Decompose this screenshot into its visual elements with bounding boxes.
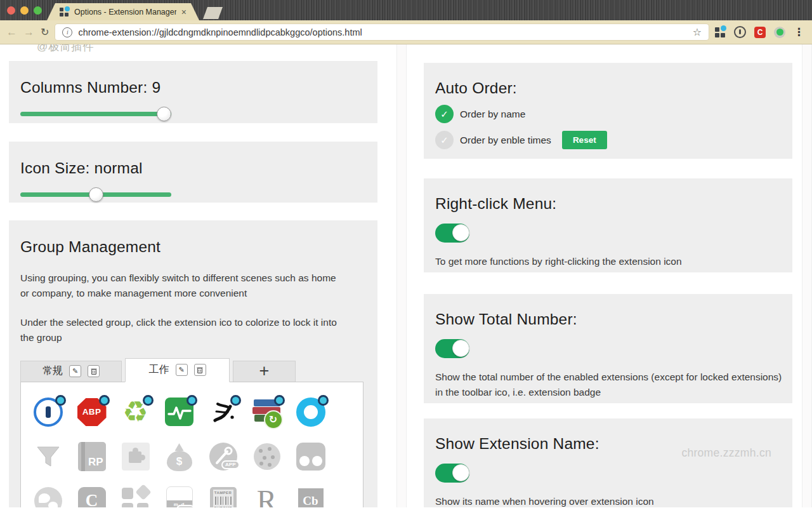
show-total-number-toggle[interactable]	[435, 339, 469, 358]
browser-titlebar: Options - Extension Manager ×	[0, 0, 812, 20]
group-tab-gongzuo[interactable]: 工作 ✎	[125, 358, 230, 382]
group-description-2: Under the selected group, click the exte…	[20, 315, 345, 346]
order-by-name-row: ✓ Order by name	[435, 105, 781, 123]
show-total-number-title: Show Total Number:	[435, 311, 781, 328]
columns-number-slider-handle[interactable]	[157, 107, 171, 121]
reload-icon[interactable]: ↻	[41, 27, 49, 37]
toggle-knob	[452, 224, 469, 241]
group-tab-changgui[interactable]: 常规 ✎	[20, 361, 122, 382]
show-total-number-card: Show Total Number: Show the total number…	[424, 294, 792, 403]
group-management-title: Group Management	[20, 238, 366, 256]
group-tab-label: 常规	[43, 364, 63, 378]
add-group-tab[interactable]: +	[233, 361, 296, 382]
right-click-menu-description: To get more functions by right-clicking …	[435, 254, 788, 269]
columns-number-slider[interactable]	[20, 112, 171, 116]
order-by-enable-times-check-icon[interactable]: ✓	[435, 131, 454, 149]
watermark-jijian: @极简插件	[37, 44, 94, 54]
show-extension-name-toggle[interactable]	[435, 464, 469, 483]
columns-number-card: Columns Number: 9	[9, 61, 377, 123]
tab-title: Options - Extension Manager	[74, 8, 176, 17]
ext-icon-puzzle[interactable]	[121, 441, 151, 472]
ext-icon-c-app[interactable]: C	[77, 486, 107, 507]
auto-order-card: Auto Order: ✓ Order by name ✓ Order by e…	[424, 63, 792, 159]
ext-icon-tamper-chrome[interactable]: TAMPERCHROME	[208, 486, 239, 507]
ext-icon-onepassword[interactable]	[33, 397, 63, 427]
page-info-icon[interactable]: i	[62, 27, 72, 37]
ext-icon-rp-reader[interactable]: RP	[77, 441, 107, 472]
bookmark-star-icon[interactable]: ☆	[693, 26, 702, 38]
edit-group-icon[interactable]: ✎	[69, 365, 81, 377]
red-c-toolbar-icon[interactable]: C	[754, 27, 766, 38]
show-extension-name-description: Show its name when hovering over extensi…	[435, 494, 788, 507]
right-click-menu-toggle[interactable]	[435, 224, 469, 243]
ext-icon-readability[interactable]: R	[252, 486, 282, 507]
toggle-knob	[452, 464, 469, 481]
forward-icon[interactable]: →	[23, 27, 34, 37]
ext-icon-money-bag[interactable]: $	[164, 441, 195, 472]
left-column-scrollbar[interactable]	[396, 44, 407, 507]
minimize-window-button[interactable]	[20, 6, 29, 15]
address-bar[interactable]: i chrome-extension://gjldcdngmdknpinoemn…	[55, 24, 709, 40]
ext-icon-pulse-monitor[interactable]	[164, 397, 195, 427]
columns-number-title: Columns Number: 9	[20, 79, 366, 97]
url-text[interactable]: chrome-extension://gjldcdngmdknpinoemndl…	[78, 27, 686, 37]
icon-size-title: Icon Size: normal	[20, 159, 366, 177]
green-dot-toolbar-icon[interactable]	[774, 27, 785, 38]
edit-group-icon[interactable]: ✎	[176, 364, 188, 376]
icon-size-slider[interactable]	[20, 192, 171, 197]
icon-size-slider-handle[interactable]	[89, 187, 103, 202]
group-tab-label: 工作	[149, 363, 169, 377]
lock-badge	[55, 395, 66, 406]
right-click-menu-title: Right-click Menu:	[435, 195, 781, 213]
extension-manager-toolbar-icon[interactable]	[715, 27, 726, 37]
browser-menu-icon[interactable]: ⋮	[794, 25, 804, 39]
zoom-window-button[interactable]	[34, 6, 42, 15]
delete-group-icon[interactable]	[194, 364, 206, 376]
order-by-name-check-icon[interactable]: ✓	[435, 105, 454, 123]
auto-order-title: Auto Order:	[435, 79, 781, 97]
order-by-name-label: Order by name	[460, 109, 525, 120]
reset-button[interactable]: Reset	[562, 131, 607, 149]
ext-icon-app-tool[interactable]: APP	[208, 441, 239, 472]
watermark-site: chrome.zzzmh.cn	[681, 446, 771, 460]
ext-icon-cookie[interactable]	[252, 441, 282, 472]
back-icon[interactable]: ←	[6, 27, 17, 37]
ext-icon-wechat[interactable]	[33, 486, 63, 507]
show-total-number-description: Show the total number of the enabled ext…	[435, 370, 788, 401]
window-controls	[7, 6, 42, 15]
close-window-button[interactable]	[7, 6, 15, 15]
ext-icon-four-squares[interactable]	[121, 486, 151, 507]
lock-badge	[99, 395, 110, 406]
lock-badge	[143, 395, 154, 406]
group-management-card: Group Management Using grouping, you can…	[9, 220, 377, 507]
toolbar-extensions: C ⋮	[715, 25, 806, 39]
extension-manager-favicon	[60, 7, 69, 17]
lock-badge	[230, 395, 241, 406]
ext-icon-markdown-dev[interactable]: m-dDEV	[164, 486, 195, 507]
lock-badge	[187, 395, 197, 406]
order-by-enable-times-row: ✓ Order by enble times Reset	[435, 131, 781, 149]
lock-badge	[274, 395, 285, 406]
browser-toolbar: ← → ↻ i chrome-extension://gjldcdngmdknp…	[0, 20, 812, 44]
options-page: @极简插件 Columns Number: 9 Icon Size: norma…	[0, 44, 812, 507]
ext-icon-recycle[interactable]: ♻	[121, 397, 151, 427]
onepassword-toolbar-icon[interactable]	[734, 26, 746, 38]
ext-icon-codeblock[interactable]: Cb	[296, 486, 326, 507]
ext-icon-calligraphy[interactable]	[208, 397, 239, 427]
close-tab-icon[interactable]: ×	[181, 7, 187, 17]
ext-icon-adblock-plus[interactable]: ABP	[77, 397, 107, 427]
delete-group-icon[interactable]	[88, 365, 100, 377]
new-tab-button[interactable]	[203, 7, 223, 19]
browser-tab[interactable]: Options - Extension Manager ×	[47, 3, 199, 20]
right-column-scrollbar[interactable]	[802, 44, 812, 507]
ext-icon-two-circles[interactable]	[296, 441, 326, 472]
group-tabs: 常规 ✎ 工作 ✎ +	[20, 361, 366, 382]
group-extensions-panel: ABP ♻ ↻ RP $ APP C m-dDEV TAMPERCHROM	[20, 382, 363, 507]
icon-size-card: Icon Size: normal	[9, 142, 377, 203]
show-extension-name-card: Show Extension Name: chrome.zzzmh.cn Sho…	[424, 418, 792, 507]
extension-icon-grid: ABP ♻ ↻ RP $ APP C m-dDEV TAMPERCHROM	[21, 382, 363, 507]
ext-icon-blue-donut[interactable]	[296, 397, 326, 427]
toggle-knob	[452, 340, 469, 357]
ext-icon-book-stack-refresh[interactable]: ↻	[252, 397, 282, 427]
ext-icon-funnel[interactable]	[33, 441, 63, 472]
